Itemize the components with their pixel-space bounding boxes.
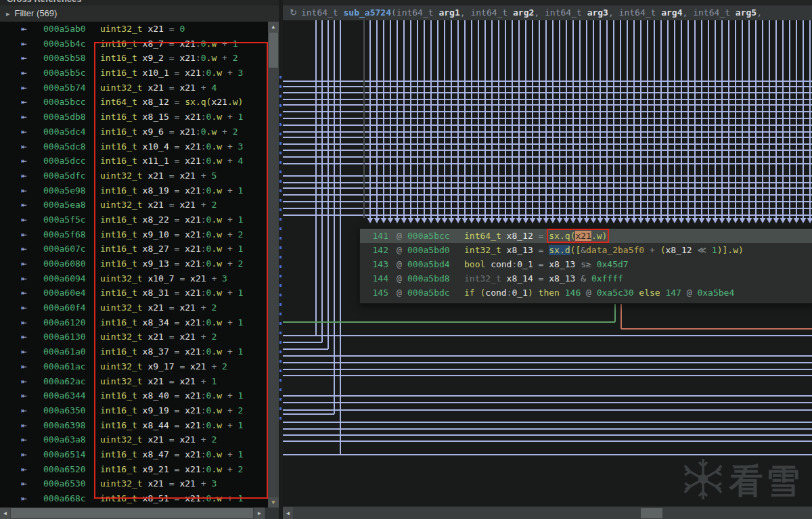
popup-code-line[interactable]: 143@000a5bd4bool cond:0_1 = x8_13 s≥ 0x4… [360,257,812,271]
scroll-left-button[interactable]: ◀ [283,507,293,519]
xref-row[interactable]: ⇤000a6080int16_t x9_13 = x21:0.w + 2 [0,256,268,271]
xref-row[interactable]: ⇤000a6130uint32_t x21 = x21 + 2 [0,330,268,344]
expander-triangle-icon[interactable]: ▸ [6,9,10,18]
xref-row[interactable]: ⇤000a5dc8int16_t x10_4 = x21:0.w + 3 [0,139,268,154]
xref-code: int16_t x8_34 = x21:0.w + 1 [100,315,243,330]
xref-address: 000a5f68 [43,227,86,242]
xref-row[interactable]: ⇤000a5dfcuint32_t x21 = x21 + 5 [0,168,268,183]
xref-address: 000a6350 [43,403,86,418]
xref-row[interactable]: ⇤000a5ea8uint32_t x21 = x21 + 2 [0,198,268,212]
at-separator: @ [397,243,402,257]
popup-code-line[interactable]: 144@000a5bd8int32_t x8_14 = x8_13 & 0xff… [360,271,812,286]
xref-jump-icon: ⇤ [21,315,26,330]
popup-code-line[interactable]: 141@000a5bccint64_t x8_12 = sx.q(x21.w) [360,229,812,243]
xref-code: int16_t x8_15 = x21:0.w + 1 [100,110,243,125]
xref-jump-icon: ⇤ [21,198,26,212]
gutter-mark [279,379,281,382]
graph-horizontal-scrollbar[interactable]: ◀ [283,506,812,519]
watermark-text: 看雪 [729,461,803,501]
xref-address: 000a5b74 [43,81,86,95]
xref-vertical-scrollbar[interactable]: ▲ ▼ [268,22,279,507]
xref-code: int16_t x8_31 = x21:0.w + 1 [100,286,243,300]
gutter-mark [279,227,281,230]
xref-row[interactable]: ⇤000a5f5cint16_t x8_22 = x21:0.w + 1 [0,212,268,227]
xref-row[interactable]: ⇤000a5f68int16_t x9_10 = x21:0.w + 2 [0,227,268,242]
xref-jump-icon: ⇤ [21,432,26,447]
xref-jump-icon: ⇤ [21,491,26,506]
line-number: 143 [367,257,388,271]
xref-jump-icon: ⇤ [21,51,26,66]
xref-row[interactable]: ⇤000a5ab0uint32_t x21 = 0 [0,22,268,37]
popup-code-line[interactable]: 142@000a5bd0int32_t x8_13 = sx.d([&data_… [360,243,812,257]
line-address: 000a5bd4 [407,257,450,271]
gutter-mark [279,208,281,211]
filter-row[interactable]: ▸Filter (569) [0,5,279,22]
xref-row[interactable]: ⇤000a6520int16_t x9_21 = x21:0.w + 2 [0,462,268,477]
scroll-thumb[interactable] [269,32,278,68]
scroll-down-button[interactable]: ▼ [268,497,279,507]
xref-address: 000a5b4c [43,37,86,51]
xref-address: 000a607c [43,242,86,256]
xref-list[interactable]: ⇤000a5ab0uint32_t x21 = 0⇤000a5b4cint16_… [0,22,268,507]
xref-jump-icon: ⇤ [21,242,26,256]
xref-row[interactable]: ⇤000a5b74uint32_t x21 = x21 + 4 [0,81,268,95]
line-number: 145 [367,286,388,300]
gutter-mark [279,303,281,306]
xref-code: int16_t x9_21 = x21:0.w + 2 [100,462,243,477]
xref-code: int16_t x9_6 = x21:0.w + 2 [100,125,238,139]
xref-row[interactable]: ⇤000a6398int16_t x8_44 = x21:0.w + 1 [0,418,268,433]
xref-jump-icon: ⇤ [21,359,26,374]
xref-row[interactable]: ⇤000a6120int16_t x8_34 = x21:0.w + 1 [0,315,268,330]
xref-jump-icon: ⇤ [21,286,26,300]
xref-row[interactable]: ⇤000a6514int16_t x8_47 = x21:0.w + 1 [0,447,268,462]
line-code: int64_t x8_12 = sx.q(x21.w) [464,229,607,243]
line-code: int32_t x8_14 = x8_13 & 0xffff [464,271,623,286]
xref-code: int16_t x10_4 = x21:0.w + 3 [100,139,243,154]
xref-code: uint32_t x21 = x21 + 2 [100,330,217,344]
xref-row[interactable]: ⇤000a6350int16_t x9_19 = x21:0.w + 2 [0,403,268,418]
function-signature: int64_t sub_a5724(int64_t arg1, int64_t … [301,7,762,18]
scroll-up-button[interactable]: ▲ [268,22,279,32]
xref-address: 000a6530 [43,476,86,491]
xref-address: 000a5dc8 [43,139,86,154]
xref-row[interactable]: ⇤000a61a0int16_t x8_37 = x21:0.w + 1 [0,344,268,359]
xref-row[interactable]: ⇤000a60e4int16_t x8_31 = x21:0.w + 1 [0,286,268,300]
xref-jump-icon: ⇤ [21,462,26,477]
xref-row[interactable]: ⇤000a5dccint16_t x11_1 = x21:0.w + 4 [0,154,268,168]
gutter-mark [279,161,281,164]
xref-jump-icon: ⇤ [21,330,26,344]
xref-row[interactable]: ⇤000a607cint16_t x8_27 = x21:0.w + 1 [0,242,268,256]
xref-row[interactable]: ⇤000a61acuint32_t x9_17 = x21 + 2 [0,359,268,374]
xref-address: 000a6514 [43,447,86,462]
popup-code-line[interactable]: 145@000a5bdcif (cond:0_1) then 146 @ 0xa… [360,286,812,300]
gutter-mark [279,180,281,183]
xref-row[interactable]: ⇤000a6094uint32_t x10_7 = x21 + 3 [0,271,268,286]
scroll-thumb[interactable] [11,508,253,518]
xref-row[interactable]: ⇤000a6344int16_t x8_40 = x21:0.w + 1 [0,388,268,403]
xref-row[interactable]: ⇤000a62acuint32_t x21 = x21 + 1 [0,374,268,389]
xref-row[interactable]: ⇤000a5db8int16_t x8_15 = x21:0.w + 1 [0,110,268,125]
xref-row[interactable]: ⇤000a5dc4int16_t x9_6 = x21:0.w + 2 [0,125,268,139]
function-signature-header[interactable]: ↻int64_t sub_a5724(int64_t arg1, int64_t… [283,5,812,20]
xref-jump-icon: ⇤ [21,227,26,242]
xref-code: uint32_t x21 = x21 + 4 [100,81,217,95]
xref-row[interactable]: ⇤000a5b4cint16_t x8_7 = x21:0.w + 1 [0,37,268,51]
code-block-node[interactable]: 141@000a5bccint64_t x8_12 = sx.q(x21.w)1… [359,228,812,304]
xref-row[interactable]: ⇤000a5b5cint16_t x10_1 = x21:0.w + 3 [0,66,268,81]
xref-horizontal-scrollbar[interactable]: ◀ ▶ [0,507,279,519]
xref-row[interactable]: ⇤000a5bccint64_t x8_12 = sx.q(x21.w) [0,95,268,110]
xref-row[interactable]: ⇤000a60f4uint32_t x21 = x21 + 2 [0,300,268,315]
gutter-mark [279,294,281,296]
xref-address: 000a5f5c [43,212,86,227]
scroll-right-button[interactable]: ▶ [254,507,265,519]
xref-row[interactable]: ⇤000a668cint16_t x8_51 = x21:0.w + 1 [0,491,268,506]
xref-row[interactable]: ⇤000a63a8uint32_t x21 = x21 + 2 [0,432,268,447]
scroll-thumb[interactable] [641,508,662,518]
gutter-mark [279,199,281,202]
xref-row[interactable]: ⇤000a5b58int16_t x9_2 = x21:0.w + 2 [0,51,268,66]
xref-row[interactable]: ⇤000a5e98int16_t x8_19 = x21:0.w + 1 [0,183,268,198]
xref-jump-icon: ⇤ [21,37,26,51]
xref-row[interactable]: ⇤000a6530uint32_t x21 = x21 + 3 [0,476,268,491]
gutter-mark [279,417,281,420]
scroll-left-button[interactable]: ◀ [0,507,10,519]
